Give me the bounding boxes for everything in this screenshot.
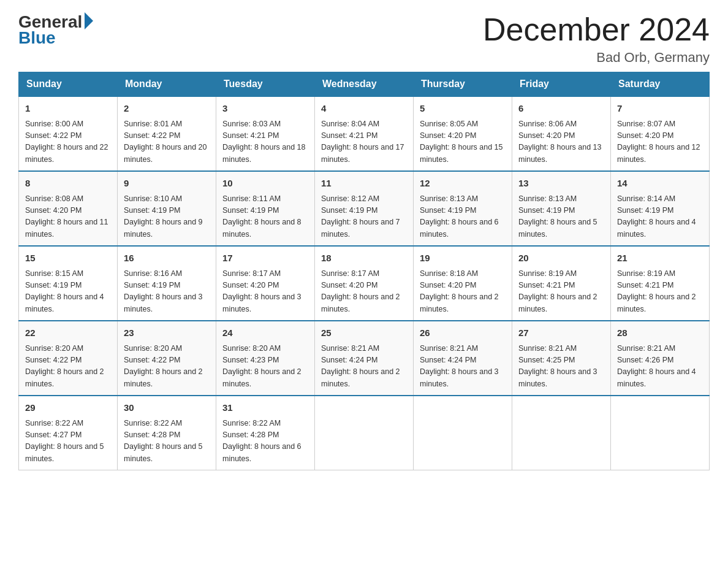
day-info: Sunrise: 8:17 AMSunset: 4:20 PMDaylight:… [321, 268, 407, 316]
logo-blue: Blue [18, 28, 56, 48]
table-row: 25Sunrise: 8:21 AMSunset: 4:24 PMDayligh… [315, 321, 414, 396]
day-info: Sunrise: 8:22 AMSunset: 4:28 PMDaylight:… [222, 418, 308, 465]
day-info: Sunrise: 8:17 AMSunset: 4:20 PMDaylight:… [222, 268, 308, 316]
header-monday: Monday [118, 72, 216, 97]
table-row: 6Sunrise: 8:06 AMSunset: 4:20 PMDaylight… [512, 96, 611, 171]
day-info: Sunrise: 8:18 AMSunset: 4:20 PMDaylight:… [420, 268, 506, 316]
day-info: Sunrise: 8:19 AMSunset: 4:21 PMDaylight:… [518, 268, 604, 316]
day-info: Sunrise: 8:21 AMSunset: 4:24 PMDaylight:… [321, 343, 407, 391]
day-info: Sunrise: 8:21 AMSunset: 4:26 PMDaylight:… [617, 343, 703, 391]
day-info: Sunrise: 8:16 AMSunset: 4:19 PMDaylight:… [124, 268, 210, 316]
table-row: 17Sunrise: 8:17 AMSunset: 4:20 PMDayligh… [216, 246, 315, 321]
table-row: 15Sunrise: 8:15 AMSunset: 4:19 PMDayligh… [19, 246, 118, 321]
day-info: Sunrise: 8:21 AMSunset: 4:24 PMDaylight:… [420, 343, 506, 391]
day-number: 21 [617, 251, 703, 266]
table-row: 14Sunrise: 8:14 AMSunset: 4:19 PMDayligh… [611, 171, 710, 246]
day-info: Sunrise: 8:15 AMSunset: 4:19 PMDaylight:… [25, 268, 111, 316]
day-info: Sunrise: 8:13 AMSunset: 4:19 PMDaylight:… [420, 193, 506, 241]
month-title: December 2024 [483, 12, 710, 47]
day-info: Sunrise: 8:13 AMSunset: 4:19 PMDaylight:… [518, 193, 604, 241]
day-number: 22 [25, 326, 111, 340]
header-thursday: Thursday [414, 72, 512, 97]
day-number: 7 [617, 102, 703, 116]
day-number: 12 [420, 177, 506, 191]
day-number: 17 [222, 251, 308, 266]
weekday-header-row: Sunday Monday Tuesday Wednesday Thursday… [19, 72, 710, 97]
day-number: 29 [25, 401, 111, 415]
table-row: 23Sunrise: 8:20 AMSunset: 4:22 PMDayligh… [118, 321, 216, 396]
table-row: 13Sunrise: 8:13 AMSunset: 4:19 PMDayligh… [512, 171, 611, 246]
day-info: Sunrise: 8:12 AMSunset: 4:19 PMDaylight:… [321, 193, 407, 241]
table-row: 29Sunrise: 8:22 AMSunset: 4:27 PMDayligh… [19, 396, 118, 470]
day-info: Sunrise: 8:20 AMSunset: 4:22 PMDaylight:… [25, 343, 111, 391]
day-info: Sunrise: 8:06 AMSunset: 4:20 PMDaylight:… [518, 118, 604, 166]
day-number: 5 [420, 102, 506, 116]
day-number: 14 [617, 177, 703, 191]
table-row: 21Sunrise: 8:19 AMSunset: 4:21 PMDayligh… [611, 246, 710, 321]
day-info: Sunrise: 8:03 AMSunset: 4:21 PMDaylight:… [222, 118, 308, 166]
table-row: 28Sunrise: 8:21 AMSunset: 4:26 PMDayligh… [611, 321, 710, 396]
day-info: Sunrise: 8:08 AMSunset: 4:20 PMDaylight:… [25, 193, 111, 241]
week-row-1: 1Sunrise: 8:00 AMSunset: 4:22 PMDaylight… [19, 96, 710, 171]
day-info: Sunrise: 8:20 AMSunset: 4:22 PMDaylight:… [124, 343, 210, 391]
day-number: 8 [25, 177, 111, 191]
week-row-3: 15Sunrise: 8:15 AMSunset: 4:19 PMDayligh… [19, 246, 710, 321]
day-number: 18 [321, 251, 407, 266]
day-number: 11 [321, 177, 407, 191]
table-row: 18Sunrise: 8:17 AMSunset: 4:20 PMDayligh… [315, 246, 414, 321]
day-number: 4 [321, 102, 407, 116]
header-sunday: Sunday [19, 72, 118, 97]
day-info: Sunrise: 8:19 AMSunset: 4:21 PMDaylight:… [617, 268, 703, 316]
logo: General Blue [18, 12, 93, 48]
day-number: 1 [25, 102, 111, 116]
table-row: 10Sunrise: 8:11 AMSunset: 4:19 PMDayligh… [216, 171, 315, 246]
table-row: 31Sunrise: 8:22 AMSunset: 4:28 PMDayligh… [216, 396, 315, 470]
location: Bad Orb, Germany [483, 50, 710, 66]
table-row: 9Sunrise: 8:10 AMSunset: 4:19 PMDaylight… [118, 171, 216, 246]
day-number: 16 [124, 251, 210, 266]
table-row: 12Sunrise: 8:13 AMSunset: 4:19 PMDayligh… [414, 171, 512, 246]
day-number: 19 [420, 251, 506, 266]
page-header: General Blue December 2024 Bad Orb, Germ… [18, 12, 710, 66]
calendar-table: Sunday Monday Tuesday Wednesday Thursday… [18, 72, 710, 470]
day-number: 24 [222, 326, 308, 340]
day-number: 13 [518, 177, 604, 191]
week-row-4: 22Sunrise: 8:20 AMSunset: 4:22 PMDayligh… [19, 321, 710, 396]
table-row: 3Sunrise: 8:03 AMSunset: 4:21 PMDaylight… [216, 96, 315, 171]
day-info: Sunrise: 8:01 AMSunset: 4:22 PMDaylight:… [124, 118, 210, 166]
table-row: 16Sunrise: 8:16 AMSunset: 4:19 PMDayligh… [118, 246, 216, 321]
table-row: 26Sunrise: 8:21 AMSunset: 4:24 PMDayligh… [414, 321, 512, 396]
table-row [611, 396, 710, 470]
table-row: 11Sunrise: 8:12 AMSunset: 4:19 PMDayligh… [315, 171, 414, 246]
day-number: 30 [124, 401, 210, 415]
table-row: 27Sunrise: 8:21 AMSunset: 4:25 PMDayligh… [512, 321, 611, 396]
day-number: 27 [518, 326, 604, 340]
table-row: 8Sunrise: 8:08 AMSunset: 4:20 PMDaylight… [19, 171, 118, 246]
table-row: 19Sunrise: 8:18 AMSunset: 4:20 PMDayligh… [414, 246, 512, 321]
table-row: 1Sunrise: 8:00 AMSunset: 4:22 PMDaylight… [19, 96, 118, 171]
table-row: 22Sunrise: 8:20 AMSunset: 4:22 PMDayligh… [19, 321, 118, 396]
day-number: 28 [617, 326, 703, 340]
title-section: December 2024 Bad Orb, Germany [483, 12, 710, 66]
day-number: 25 [321, 326, 407, 340]
logo-arrow-icon [85, 12, 93, 29]
week-row-2: 8Sunrise: 8:08 AMSunset: 4:20 PMDaylight… [19, 171, 710, 246]
header-friday: Friday [512, 72, 611, 97]
day-info: Sunrise: 8:00 AMSunset: 4:22 PMDaylight:… [25, 118, 111, 166]
day-number: 3 [222, 102, 308, 116]
day-number: 23 [124, 326, 210, 340]
week-row-5: 29Sunrise: 8:22 AMSunset: 4:27 PMDayligh… [19, 396, 710, 470]
day-info: Sunrise: 8:22 AMSunset: 4:28 PMDaylight:… [124, 418, 210, 465]
day-info: Sunrise: 8:11 AMSunset: 4:19 PMDaylight:… [222, 193, 308, 241]
day-info: Sunrise: 8:14 AMSunset: 4:19 PMDaylight:… [617, 193, 703, 241]
header-wednesday: Wednesday [315, 72, 414, 97]
table-row: 2Sunrise: 8:01 AMSunset: 4:22 PMDaylight… [118, 96, 216, 171]
day-number: 31 [222, 401, 308, 415]
table-row [512, 396, 611, 470]
header-tuesday: Tuesday [216, 72, 315, 97]
day-number: 26 [420, 326, 506, 340]
table-row: 7Sunrise: 8:07 AMSunset: 4:20 PMDaylight… [611, 96, 710, 171]
day-number: 20 [518, 251, 604, 266]
day-info: Sunrise: 8:21 AMSunset: 4:25 PMDaylight:… [518, 343, 604, 391]
table-row: 20Sunrise: 8:19 AMSunset: 4:21 PMDayligh… [512, 246, 611, 321]
